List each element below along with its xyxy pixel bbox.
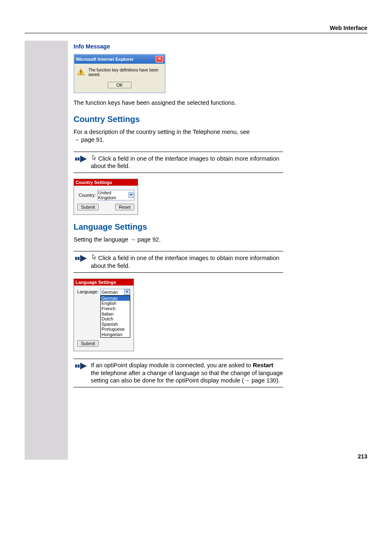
submit-button[interactable]: Submit: [77, 340, 99, 347]
svg-marker-13: [80, 363, 87, 370]
language-label: Language:: [77, 289, 99, 338]
svg-marker-10: [125, 291, 129, 293]
language-option[interactable]: Dutch: [101, 316, 130, 322]
info-message-after-text: The function keys have been assigned the…: [74, 99, 283, 107]
dialog-title-text: Microsoft Internet Explorer: [76, 57, 134, 62]
cursor-icon: [91, 254, 97, 260]
language-option[interactable]: Italian: [101, 311, 130, 317]
arrow-icon: →: [130, 236, 138, 243]
language-option[interactable]: Portuguese: [101, 327, 130, 332]
note-block-country: Click a field in one of the interface im…: [74, 152, 283, 173]
svg-rect-8: [78, 257, 80, 260]
svg-rect-1: [81, 71, 81, 73]
close-icon[interactable]: ✕: [156, 56, 163, 62]
dialog-message: The function key definitions have been s…: [88, 68, 162, 77]
note-block-language: Click a field in one of the interface im…: [74, 251, 283, 272]
page-header: Web Interface: [25, 25, 367, 33]
page-ref-92[interactable]: page 92: [138, 236, 159, 243]
warning-icon: [77, 68, 85, 76]
language-option[interactable]: French: [101, 306, 130, 311]
country-panel-title: Country Settings: [74, 179, 138, 186]
svg-rect-11: [75, 364, 77, 368]
note-arrow-icon: [75, 155, 88, 164]
language-dropdown-list[interactable]: German English French Italian Dutch Span…: [100, 295, 130, 338]
country-label: Country:: [77, 193, 96, 198]
info-message-heading: Info Message: [74, 43, 367, 50]
svg-marker-6: [129, 194, 133, 196]
svg-marker-9: [80, 255, 87, 262]
language-select[interactable]: German: [100, 289, 130, 295]
reset-button[interactable]: Reset: [115, 204, 134, 210]
language-option[interactable]: English: [101, 301, 130, 306]
page-number: 213: [74, 453, 367, 460]
page-ref-130[interactable]: page 130: [251, 377, 276, 384]
submit-button[interactable]: Submit: [77, 204, 99, 210]
restart-bold: Restart: [253, 362, 273, 368]
country-select[interactable]: United Kingdom: [97, 190, 134, 200]
country-settings-heading: Country Settings: [74, 115, 367, 124]
language-desc: Setting the language → page 92.: [74, 236, 283, 244]
note-block-restart: If an optiPoint display module is connec…: [74, 359, 283, 388]
svg-marker-5: [80, 155, 87, 162]
cursor-icon: [91, 154, 97, 161]
language-option[interactable]: Hungarian: [101, 332, 130, 337]
note-arrow-icon: [75, 362, 88, 371]
svg-rect-12: [78, 364, 80, 368]
svg-rect-2: [81, 74, 81, 74]
dialog-box: Microsoft Internet Explorer ✕ The functi…: [74, 54, 166, 93]
svg-rect-3: [75, 157, 77, 161]
arrow-icon: →: [74, 136, 81, 143]
country-settings-panel: Country Settings Country: United Kingdom…: [74, 179, 138, 215]
language-option[interactable]: Spanish: [101, 322, 130, 327]
ok-button[interactable]: OK: [108, 82, 131, 88]
language-option[interactable]: German: [101, 296, 130, 301]
language-settings-heading: Language Settings: [74, 222, 367, 232]
country-desc: For a description of the country setting…: [74, 128, 283, 144]
page-ref-91[interactable]: page 91: [81, 136, 103, 143]
svg-rect-7: [75, 257, 77, 260]
left-margin-rail: [25, 41, 68, 460]
chevron-down-icon[interactable]: [128, 192, 134, 198]
svg-rect-4: [78, 157, 80, 161]
note-arrow-icon: [75, 255, 88, 263]
language-panel-title: Language Settings: [74, 279, 134, 286]
dialog-titlebar: Microsoft Internet Explorer ✕: [74, 55, 165, 64]
language-settings-panel: Language Settings Language: German Germa…: [74, 279, 134, 351]
chevron-down-icon[interactable]: [124, 289, 130, 295]
